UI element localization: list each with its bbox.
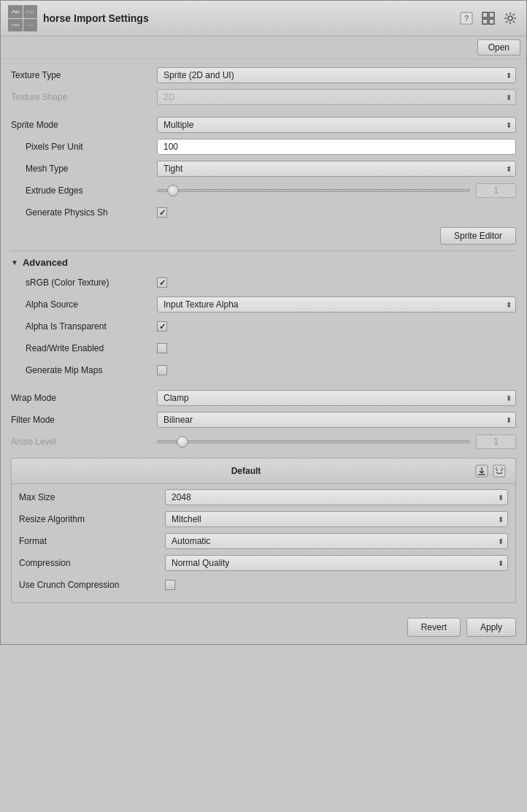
wrap-mode-label: Wrap Mode	[11, 393, 157, 403]
wrap-mode-select-wrapper: Clamp ⬍	[157, 390, 516, 406]
filter-mode-row: Filter Mode Bilinear ⬍	[11, 411, 516, 429]
use-crunch-checkbox[interactable]	[165, 580, 175, 590]
alpha-source-select-wrapper: Input Texture Alpha ⬍	[157, 296, 516, 313]
texture-shape-select: 2D	[157, 89, 516, 105]
filter-mode-select-wrapper: Bilinear ⬍	[157, 412, 516, 428]
svg-point-19	[496, 470, 498, 471]
extrude-edges-slider-row: 1	[157, 183, 516, 198]
wrap-mode-row: Wrap Mode Clamp ⬍	[11, 389, 516, 407]
svg-point-6	[508, 16, 512, 20]
toolbar-row: Open	[1, 37, 526, 59]
settings-icon[interactable]	[501, 9, 519, 27]
mesh-type-select-wrapper: Tight ⬍	[157, 161, 516, 177]
svg-line-13	[513, 14, 515, 15]
window-title: horse Import Settings	[43, 12, 149, 24]
svg-line-12	[513, 21, 515, 23]
help-icon[interactable]: ?	[458, 9, 475, 27]
format-label: Format	[19, 536, 165, 546]
download-icon[interactable]	[473, 462, 491, 480]
svg-rect-2	[482, 12, 488, 18]
format-select-wrapper: Automatic ⬍	[165, 533, 508, 549]
extrude-edges-row: Extrude Edges 1	[11, 182, 516, 199]
advanced-section-header[interactable]: ▼ Advanced	[11, 257, 516, 268]
title-bar: horse Import Settings ?	[1, 1, 526, 37]
sprite-mode-label: Sprite Mode	[11, 120, 157, 130]
compression-select[interactable]: Normal Quality	[165, 555, 508, 571]
resize-algo-select[interactable]: Mitchell	[165, 511, 508, 527]
mesh-type-select[interactable]: Tight	[157, 161, 516, 177]
use-crunch-label: Use Crunch Compression	[19, 580, 165, 590]
alpha-source-row: Alpha Source Input Texture Alpha ⬍	[11, 296, 516, 313]
alpha-source-select[interactable]: Input Texture Alpha	[157, 296, 516, 313]
extrude-edges-slider[interactable]	[157, 189, 470, 192]
compression-label: Compression	[19, 558, 165, 568]
texture-shape-select-wrapper: 2D ⬍	[157, 89, 516, 105]
svg-line-14	[506, 21, 507, 23]
max-size-select-wrapper: 2048 ⬍	[165, 489, 508, 505]
advanced-arrow-icon: ▼	[11, 258, 18, 267]
alpha-transparent-row: Alpha Is Transparent	[11, 318, 516, 335]
icon-cell-3	[8, 19, 23, 32]
title-bar-right: ?	[458, 9, 519, 27]
apply-button[interactable]: Apply	[466, 618, 516, 637]
texture-type-select[interactable]: Sprite (2D and UI)	[157, 67, 516, 83]
resize-algo-label: Resize Algorithm	[19, 514, 165, 524]
generate-mip-row: Generate Mip Maps	[11, 361, 516, 379]
sprite-mode-select[interactable]: Multiple	[157, 117, 516, 133]
extrude-edges-value: 1	[476, 183, 516, 198]
compression-select-wrapper: Normal Quality ⬍	[165, 555, 508, 571]
pixels-per-unit-input[interactable]	[157, 139, 516, 155]
texture-type-row: Texture Type Sprite (2D and UI) ⬍	[11, 66, 516, 84]
svg-text:?: ?	[464, 14, 469, 23]
android-icon[interactable]	[491, 462, 508, 480]
title-icon	[8, 5, 37, 31]
filter-mode-select[interactable]: Bilinear	[157, 412, 516, 428]
svg-rect-18	[493, 465, 505, 477]
resize-algo-select-wrapper: Mitchell ⬍	[165, 511, 508, 527]
revert-button[interactable]: Revert	[407, 618, 461, 637]
window: horse Import Settings ?	[0, 0, 527, 645]
format-select[interactable]: Automatic	[165, 533, 508, 549]
sprite-editor-button[interactable]: Sprite Editor	[440, 227, 516, 245]
aniso-level-value: 1	[476, 434, 516, 449]
generate-physics-label: Generate Physics Sh	[11, 207, 157, 218]
icon-cell-4	[23, 19, 38, 32]
use-crunch-row: Use Crunch Compression	[19, 576, 508, 594]
svg-rect-5	[489, 19, 494, 24]
open-button[interactable]: Open	[477, 39, 520, 55]
aniso-level-row: Aniso Level 1	[11, 433, 516, 451]
svg-rect-4	[482, 19, 488, 24]
alpha-transparent-checkbox[interactable]	[157, 321, 167, 332]
generate-physics-checkbox[interactable]	[157, 207, 167, 218]
filter-mode-label: Filter Mode	[11, 415, 157, 425]
advanced-section-title: Advanced	[23, 257, 68, 268]
texture-shape-row: Texture Shape 2D ⬍	[11, 88, 516, 106]
main-content: Texture Type Sprite (2D and UI) ⬍ Textur…	[1, 59, 526, 610]
pixels-per-unit-label: Pixels Per Unit	[11, 142, 157, 152]
aniso-level-label: Aniso Level	[11, 437, 157, 447]
resize-algo-row: Resize Algorithm Mitchell ⬍	[19, 510, 508, 528]
texture-type-label: Texture Type	[11, 70, 157, 80]
srgb-checkbox[interactable]	[157, 277, 167, 288]
svg-rect-3	[489, 12, 494, 18]
compression-row: Compression Normal Quality ⬍	[19, 554, 508, 572]
generate-mip-checkbox[interactable]	[157, 365, 167, 375]
layout-icon[interactable]	[480, 9, 497, 27]
max-size-label: Max Size	[19, 492, 165, 502]
platform-bar: Default	[11, 458, 516, 484]
wrap-mode-select[interactable]: Clamp	[157, 390, 516, 406]
read-write-checkbox[interactable]	[157, 343, 167, 353]
platform-title: Default	[19, 466, 473, 476]
texture-type-select-wrapper: Sprite (2D and UI) ⬍	[157, 67, 516, 83]
read-write-row: Read/Write Enabled	[11, 340, 516, 357]
max-size-row: Max Size 2048 ⬍	[19, 489, 508, 506]
platform-section: Max Size 2048 ⬍ Resize Algorithm Mitchel…	[11, 484, 516, 603]
aniso-level-slider	[157, 440, 470, 443]
format-row: Format Automatic ⬍	[19, 532, 508, 550]
read-write-label: Read/Write Enabled	[11, 343, 157, 353]
aniso-slider-row: 1	[157, 434, 516, 449]
advanced-divider	[11, 250, 516, 251]
generate-mip-label: Generate Mip Maps	[11, 365, 157, 375]
max-size-select[interactable]: 2048	[165, 489, 508, 505]
generate-physics-row: Generate Physics Sh	[11, 204, 516, 221]
